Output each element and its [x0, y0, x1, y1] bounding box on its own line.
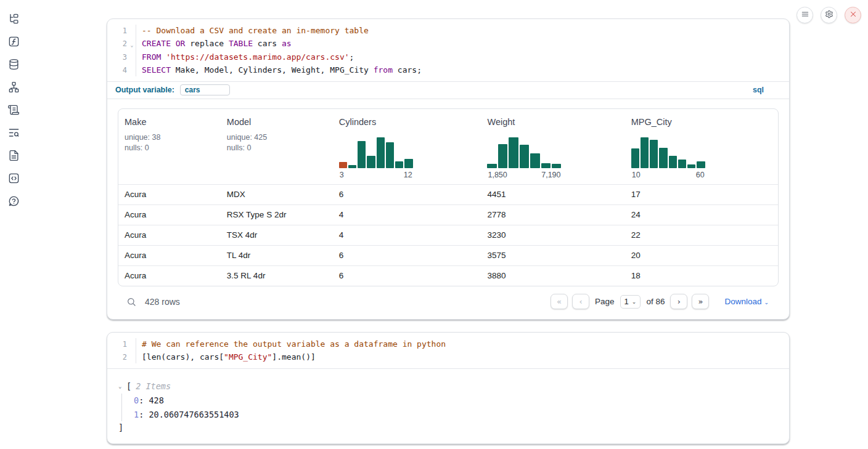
tree-collapse-icon[interactable]: ⌄ — [118, 383, 126, 389]
histogram-bar — [669, 156, 677, 168]
python-code-editor[interactable]: 1# We can reference the output variable … — [107, 333, 789, 368]
column-histogram[interactable]: 1,8507,190 — [487, 137, 561, 179]
search-icon[interactable] — [126, 297, 136, 307]
table-cell: 2778 — [481, 205, 624, 225]
sidebar-item-snippets[interactable] — [6, 172, 22, 187]
code-line: 1# We can reference the output variable … — [113, 338, 789, 351]
code-text: -- Download a CSV and create an in-memor… — [136, 25, 369, 38]
column-header-mpg_city[interactable]: MPG_City1060 — [625, 109, 778, 184]
tree-entry-value: 20.060747663551403 — [149, 410, 239, 419]
code-token: from — [374, 65, 393, 75]
page-select[interactable]: 1 ⌄ — [620, 295, 641, 309]
histogram-bar — [631, 148, 639, 168]
page-select-value: 1 — [624, 297, 629, 306]
first-page-button[interactable]: « — [551, 294, 568, 309]
table-cell: 4 — [333, 205, 481, 225]
sidebar-item-scratchpad[interactable] — [6, 103, 22, 118]
prev-page-button[interactable]: ‹ — [572, 294, 589, 309]
fold-gutter — [128, 338, 136, 351]
table-cell: TSX 4dr — [221, 225, 333, 245]
code-text: CREATE OR replace TABLE cars as — [136, 38, 292, 52]
code-token: -- Download a CSV and create an in-memor… — [142, 26, 369, 35]
column-header-make[interactable]: Makeunique: 38nulls: 0 — [118, 109, 221, 184]
code-text: [len(cars), cars["MPG_City"].mean()] — [136, 351, 316, 364]
table-footer: 428 rows « ‹ Page 1 ⌄ of 86 › » Download… — [118, 286, 779, 313]
download-label: Download — [724, 297, 761, 306]
sidebar-item-datasources[interactable] — [6, 58, 22, 73]
close-icon — [849, 10, 858, 20]
table-cell: 6 — [333, 185, 481, 204]
sidebar-item-dependency-graph[interactable] — [6, 81, 22, 95]
table-row[interactable]: AcuraTSX 4dr4323022 — [118, 225, 778, 245]
code-text: FROM 'https://datasets.marimo.app/cars.c… — [136, 51, 354, 64]
tree-open-bracket: [ — [126, 381, 131, 391]
tree-close-bracket: ] — [118, 423, 778, 432]
database-icon — [8, 59, 20, 72]
table-row[interactable]: Acura3.5 RL 4dr6388018 — [118, 265, 778, 286]
tree-entry: 1: 20.060747663551403 — [134, 408, 778, 422]
table-cell: 24 — [625, 205, 778, 225]
column-stat: nulls: 0 — [125, 143, 215, 153]
code-line: 2⌄CREATE OR replace TABLE cars as — [113, 38, 789, 52]
column-label: Make — [125, 117, 215, 127]
sidebar-item-help[interactable] — [6, 195, 22, 209]
tree-entry-separator: : — [139, 410, 149, 419]
sidebar-item-logs[interactable] — [6, 126, 22, 141]
table-cell: 3880 — [481, 266, 624, 286]
sidebar-item-documentation[interactable] — [6, 149, 22, 164]
fold-open-icon[interactable]: ⌄ — [128, 38, 136, 52]
line-number: 2 — [113, 351, 127, 364]
histogram-max-label: 60 — [696, 171, 705, 179]
table-cell: Acura — [118, 185, 221, 204]
tree-entry: 0: 428 — [134, 394, 778, 408]
left-sidebar — [0, 0, 27, 449]
table-cell: Acura — [118, 205, 221, 225]
sql-code-editor[interactable]: 1-- Download a CSV and create an in-memo… — [107, 19, 789, 81]
output-variable-input[interactable] — [180, 84, 230, 95]
code-token: cars; — [393, 65, 422, 75]
shutdown-button[interactable] — [845, 7, 861, 23]
column-label: MPG_City — [631, 117, 772, 127]
scroll-icon — [8, 104, 20, 118]
histogram-bar — [487, 164, 496, 168]
download-button[interactable]: Download ⌄ — [724, 297, 769, 306]
fold-gutter — [128, 51, 136, 64]
first-page-icon: « — [557, 297, 562, 306]
last-page-button[interactable]: » — [692, 294, 709, 309]
function-square-icon — [8, 36, 20, 49]
hamburger-icon — [801, 10, 809, 20]
next-page-button[interactable]: › — [670, 294, 687, 309]
code-line: 1-- Download a CSV and create an in-memo… — [113, 25, 789, 38]
table-row[interactable]: AcuraRSX Type S 2dr4277824 — [118, 204, 778, 225]
histogram-bar — [552, 164, 561, 168]
histogram-bar — [395, 161, 403, 168]
table-row[interactable]: AcuraMDX6445117 — [118, 184, 778, 204]
code-line: 4SELECT Make, Model, Cylinders, Weight, … — [113, 64, 789, 77]
column-header-weight[interactable]: Weight1,8507,190 — [481, 109, 624, 184]
tree-entry-index: 1 — [134, 410, 139, 419]
code-token: 'https://datasets.marimo.app/cars.csv' — [166, 52, 349, 62]
histogram-min-label: 1,850 — [488, 171, 507, 179]
code-token: "MPG_City" — [224, 352, 272, 362]
table-cell: TL 4dr — [221, 246, 333, 265]
tree-root[interactable]: ⌄ [ 2 Items — [118, 381, 778, 391]
line-number: 1 — [113, 25, 127, 38]
tree-entry-separator: : — [139, 395, 149, 405]
sidebar-item-variables[interactable] — [6, 35, 22, 50]
settings-button[interactable] — [821, 7, 837, 23]
tree-entries: 0: 4281: 20.060747663551403 — [121, 394, 778, 421]
code-token: OR — [176, 39, 186, 48]
sidebar-item-file-explorer[interactable] — [6, 12, 22, 27]
page-label: Page — [595, 297, 615, 306]
code-line: 3FROM 'https://datasets.marimo.app/cars.… — [113, 51, 789, 64]
histogram-bar — [520, 145, 529, 168]
column-header-model[interactable]: Modelunique: 425nulls: 0 — [221, 109, 333, 184]
column-histogram[interactable]: 1060 — [631, 137, 705, 179]
column-stat: unique: 425 — [227, 132, 327, 143]
table-row[interactable]: AcuraTL 4dr6357520 — [118, 245, 778, 265]
table-cell: RSX Type S 2dr — [221, 205, 333, 225]
column-histogram[interactable]: 312 — [339, 137, 413, 179]
column-header-cylinders[interactable]: Cylinders312 — [333, 109, 481, 184]
tree-entry-index: 0 — [134, 395, 139, 405]
notebook-menu-button[interactable] — [796, 7, 813, 23]
